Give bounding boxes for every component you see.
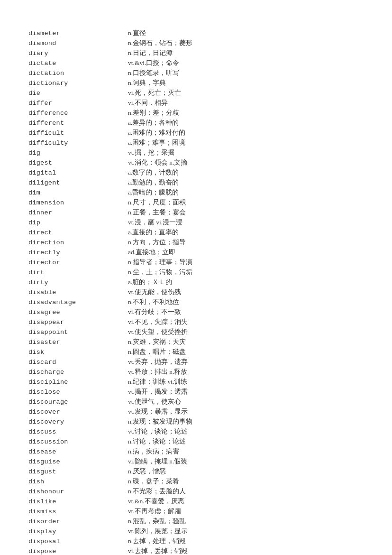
- entry-word: disguise: [28, 457, 128, 467]
- table-row: diaryn.日记，日记簿: [28, 48, 364, 58]
- entry-word: disk: [28, 348, 128, 357]
- table-row: disagreevi.有分歧；不一致: [28, 307, 364, 317]
- table-row: different a.差异的；各种的: [28, 118, 364, 128]
- entry-word: differ: [28, 99, 128, 108]
- table-row: discovervt.发现；暴露，显示: [28, 407, 364, 417]
- entry-definition: n.尺寸，尺度；面积: [128, 198, 364, 207]
- entry-definition: vi.死，死亡；灭亡: [128, 88, 364, 98]
- table-row: directorn.指导者；理事；导演: [28, 258, 364, 268]
- entry-definition: n.去掉，处理，销毁: [128, 536, 364, 546]
- entry-definition: a.困难；难事；困境: [128, 138, 364, 148]
- entry-definition: n.厌恶，憎恶: [128, 467, 364, 476]
- table-row: dislike vt.&n.不喜爱，厌恶: [28, 497, 364, 507]
- entry-word: dish: [28, 477, 128, 487]
- table-row: disclosevt.揭开，揭发；透露: [28, 387, 364, 397]
- table-row: dima.昏暗的；朦胧的: [28, 188, 364, 198]
- entry-definition: n.金钢石，钻石；菱形: [128, 38, 364, 48]
- entry-definition: vi.有分歧；不一致: [128, 307, 364, 317]
- table-row: directionn.方向，方位；指导: [28, 238, 364, 248]
- entry-definition: a.差异的；各种的: [128, 118, 364, 128]
- dictionary-list: diametern.直径diamondn.金钢石，钻石；菱形diaryn.日记，…: [28, 28, 364, 555]
- table-row: dictatevt.&vi.口授；命令: [28, 58, 364, 68]
- table-row: difference n.差别；差；分歧: [28, 108, 364, 118]
- entry-word: disaster: [28, 338, 128, 347]
- entry-word: disease: [28, 447, 128, 457]
- table-row: dirtya.脏的；ＸＬ的: [28, 278, 364, 287]
- entry-word: difference: [28, 109, 128, 118]
- table-row: displayvt.陈列，展览；显示: [28, 527, 364, 536]
- entry-word: difficult: [28, 129, 128, 138]
- entry-word: dirt: [28, 268, 128, 278]
- table-row: directlyad.直接地；立即: [28, 248, 364, 258]
- entry-word: dictation: [28, 69, 128, 78]
- entry-definition: vt.使泄气，使灰心: [128, 397, 364, 407]
- entry-definition: vt.陈列，展览；显示: [128, 527, 364, 536]
- entry-definition: n.发现；被发现的事物: [128, 417, 364, 426]
- table-row: diskn.圆盘，唱片；磁盘: [28, 347, 364, 357]
- table-row: dirtn.尘，土；污物，污垢: [28, 268, 364, 278]
- entry-definition: vt.掘，挖；采掘: [128, 148, 364, 157]
- entry-word: discovery: [28, 417, 128, 427]
- entry-definition: n.口授笔录，听写: [128, 68, 364, 78]
- table-row: diseasen.病，疾病；病害: [28, 447, 364, 457]
- table-row: digitala.数字的，计数的: [28, 168, 364, 178]
- table-row: disordern.混乱，杂乱；骚乱: [28, 517, 364, 527]
- table-row: dishonourn.不光彩；丢脸的人: [28, 487, 364, 497]
- entry-word: dinner: [28, 208, 128, 218]
- entry-word: disappoint: [28, 328, 128, 337]
- entry-definition: n.不光彩；丢脸的人: [128, 487, 364, 496]
- entry-word: display: [28, 527, 128, 536]
- table-row: diligenta.勤勉的，勤奋的: [28, 178, 364, 188]
- table-row: disguisevi.隐瞒，掩埋 n.假装: [28, 457, 364, 467]
- entry-definition: n.讨论，谈论；论述: [128, 437, 364, 446]
- table-row: disciplinen.纪律；训练 vt.训练: [28, 377, 364, 387]
- entry-word: digital: [28, 168, 128, 178]
- entry-word: disadvantage: [28, 298, 128, 307]
- table-row: disgust n.厌恶，憎恶: [28, 467, 364, 477]
- entry-word: discussion: [28, 437, 128, 447]
- entry-definition: a.困难的；难对付的: [128, 128, 364, 138]
- entry-definition: vi.去掉，丢掉；销毁: [128, 546, 364, 555]
- table-row: dischargevt.释放；排出 n.释放: [28, 367, 364, 377]
- entry-word: diligent: [28, 178, 128, 188]
- entry-definition: n.灾难，灾祸；天灾: [128, 337, 364, 347]
- table-row: digvt.掘，挖；采掘: [28, 148, 364, 158]
- entry-definition: vt.不再考虑；解雇: [128, 507, 364, 516]
- entry-word: discourage: [28, 398, 128, 407]
- entry-definition: n.词典，字典: [128, 78, 364, 88]
- entry-word: dirty: [28, 278, 128, 287]
- entry-word: dip: [28, 218, 128, 228]
- table-row: dictionaryn.词典，字典: [28, 78, 364, 88]
- entry-word: disposal: [28, 537, 128, 546]
- entry-definition: n.方向，方位；指导: [128, 238, 364, 247]
- entry-definition: vt.使无能，使伤残: [128, 287, 364, 297]
- table-row: difficulta.困难的；难对付的: [28, 128, 364, 138]
- entry-word: dismiss: [28, 507, 128, 517]
- table-row: disappointvt.使失望，使受挫折: [28, 327, 364, 337]
- entry-word: disgust: [28, 467, 128, 477]
- entry-definition: vt.讨论，谈论；论述: [128, 427, 364, 436]
- table-row: difficultya.困难；难事；困境: [28, 138, 364, 148]
- table-row: disablevt.使无能，使伤残: [28, 287, 364, 297]
- entry-word: digest: [28, 158, 128, 168]
- table-row: dimension n.尺寸，尺度；面积: [28, 198, 364, 208]
- table-row: dismissvt.不再考虑；解雇: [28, 507, 364, 517]
- entry-word: diameter: [28, 29, 128, 38]
- entry-word: discover: [28, 407, 128, 417]
- entry-definition: n.指导者；理事；导演: [128, 258, 364, 267]
- entry-word: discipline: [28, 378, 128, 387]
- table-row: differ vi.不同，相异: [28, 98, 364, 108]
- entry-definition: a.勤勉的，勤奋的: [128, 178, 364, 187]
- entry-definition: n.正餐，主餐；宴会: [128, 208, 364, 217]
- table-row: disadvantagen.不利，不利地位: [28, 297, 364, 307]
- entry-word: dislike: [28, 497, 128, 507]
- entry-definition: n.混乱，杂乱；骚乱: [128, 517, 364, 526]
- entry-definition: a.昏暗的；朦胧的: [128, 188, 364, 197]
- entry-definition: a.数字的，计数的: [128, 168, 364, 177]
- entry-word: discard: [28, 358, 128, 367]
- table-row: dictationn.口授笔录，听写: [28, 68, 364, 78]
- entry-word: direction: [28, 238, 128, 248]
- table-row: discussionn.讨论，谈论；论述: [28, 437, 364, 447]
- entry-word: dimension: [28, 198, 128, 208]
- entry-definition: n.日记，日记簿: [128, 48, 364, 58]
